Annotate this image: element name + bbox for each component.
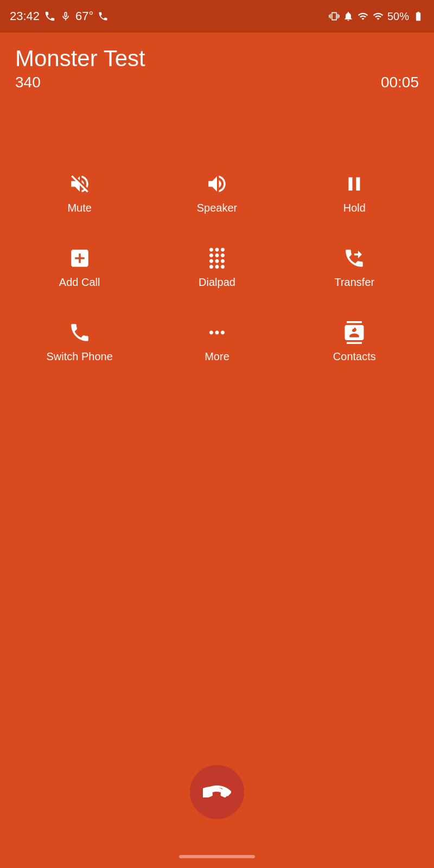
mute-bell-icon [343, 11, 354, 22]
more-button[interactable]: More [148, 305, 285, 379]
mute-label: Mute [67, 202, 91, 214]
call-status-icon [44, 10, 56, 22]
temperature-display: 67° [75, 9, 93, 23]
caller-name: Monster Test [15, 46, 419, 72]
contacts-label: Contacts [333, 350, 376, 363]
dialpad-button[interactable]: Dialpad [148, 231, 285, 305]
contacts-button[interactable]: Contacts [286, 305, 423, 379]
status-right: 50% [329, 10, 424, 23]
more-label: More [205, 350, 229, 363]
vibrate-icon [329, 11, 340, 22]
switch-phone-icon [68, 321, 91, 344]
caller-number-row: 340 00:05 [15, 74, 419, 91]
caller-number: 340 [15, 74, 41, 91]
mute-button[interactable]: Mute [11, 156, 148, 231]
mute-icon [68, 173, 91, 195]
end-call-button[interactable] [190, 765, 244, 819]
phone-icon [98, 11, 108, 22]
add-call-label: Add Call [59, 276, 100, 289]
hold-label: Hold [343, 202, 366, 214]
add-call-icon [68, 247, 91, 270]
dialpad-label: Dialpad [199, 276, 235, 289]
call-header: Monster Test 340 00:05 [0, 33, 434, 91]
more-icon [206, 321, 228, 344]
time-display: 23:42 [10, 9, 40, 23]
transfer-icon [343, 247, 366, 270]
call-timer: 00:05 [381, 74, 419, 91]
switch-phone-button[interactable]: Switch Phone [11, 305, 148, 379]
hold-button[interactable]: Hold [286, 156, 423, 231]
hold-icon [343, 173, 366, 195]
speaker-label: Speaker [197, 202, 238, 214]
dialpad-icon [206, 247, 228, 270]
transfer-button[interactable]: Transfer [286, 231, 423, 305]
signal-r-icon [372, 11, 384, 22]
speaker-icon [206, 173, 228, 195]
end-call-container [190, 765, 244, 819]
battery-display: 50% [387, 10, 409, 23]
add-call-button[interactable]: Add Call [11, 231, 148, 305]
status-left: 23:42 67° [10, 9, 108, 23]
end-call-icon [203, 778, 231, 806]
controls-grid: Mute Speaker Hold Add Call Dialpad Tra [0, 156, 434, 379]
mic-icon [60, 11, 71, 22]
signal-icon [357, 11, 369, 22]
speaker-button[interactable]: Speaker [148, 156, 285, 231]
battery-icon [412, 11, 424, 22]
transfer-label: Transfer [334, 276, 374, 289]
contacts-icon [343, 321, 366, 344]
status-bar: 23:42 67° 50% [0, 0, 434, 33]
switch-phone-label: Switch Phone [47, 350, 113, 363]
home-indicator [179, 855, 255, 858]
